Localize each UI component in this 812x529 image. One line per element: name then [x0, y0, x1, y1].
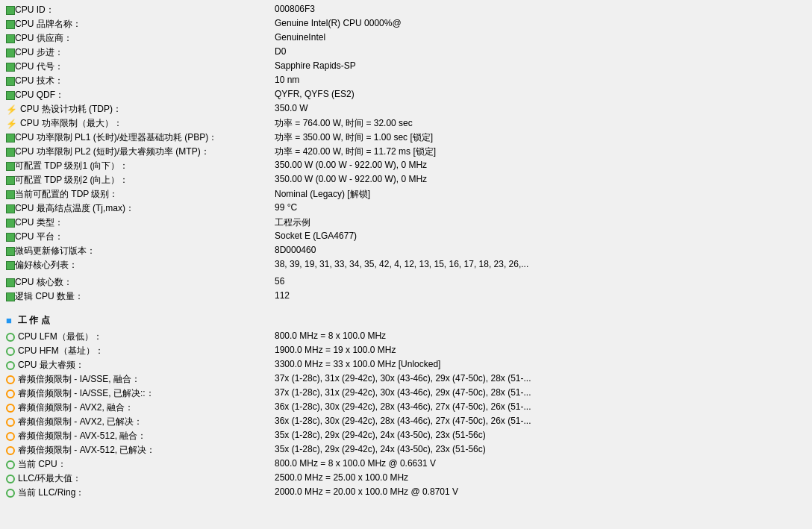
- row-value: QYFR, QYFS (ES2): [275, 89, 806, 99]
- table-row: 睿频倍频限制 - AVX2, 融合： 36x (1-28c), 30x (29-…: [6, 401, 806, 415]
- row-label: 睿频倍频限制 - AVX2, 融合：: [6, 401, 275, 414]
- green-square-icon: [6, 77, 15, 86]
- workload-rows-section: CPU LFM（最低）： 800.0 MHz = 8 x 100.0 MHz C…: [6, 330, 806, 500]
- green-square-icon: [6, 48, 15, 57]
- row-value: 功率 = 420.00 W, 时间 = 11.72 ms [锁定]: [275, 145, 806, 158]
- table-row: CPU 代号： Sapphire Rapids-SP: [6, 60, 806, 74]
- circle-orange-icon: [6, 389, 15, 398]
- green-square-icon: [6, 162, 15, 171]
- row-label: CPU 最高结点温度 (Tj,max)：: [6, 202, 275, 215]
- lightning-icon: ⚡: [6, 104, 17, 115]
- label-text: 当前 LLC/Ring：: [18, 486, 84, 499]
- label-text: CPU 步进：: [15, 46, 63, 59]
- label-text: CPU 最大睿频：: [18, 359, 84, 372]
- row-value: Sapphire Rapids-SP: [275, 60, 806, 71]
- green-square-icon: [6, 233, 15, 242]
- row-value: 350.00 W (0.00 W - 922.00 W), 0 MHz: [275, 160, 806, 170]
- table-row: 当前 LLC/Ring： 2000.0 MHz = 20.00 x 100.0 …: [6, 486, 806, 500]
- circle-orange-icon: [6, 404, 15, 413]
- green-square-icon: [6, 63, 15, 72]
- table-row: CPU ID： 000806F3: [6, 3, 806, 17]
- label-text: 睿频倍频限制 - AVX2, 融合：: [18, 401, 134, 414]
- label-text: CPU 功率限制 PL1 (长时)/处理器基础功耗 (PBP)：: [15, 131, 217, 144]
- row-label: 可配置 TDP 级别2 (向上）：: [6, 174, 275, 187]
- circle-green-icon: [6, 475, 15, 483]
- circle-orange-icon: [6, 375, 15, 384]
- label-text: CPU ID：: [15, 4, 54, 16]
- row-label: LLC/环最大值：: [6, 472, 275, 485]
- green-square-icon: [6, 278, 15, 287]
- circle-green-icon: [6, 333, 15, 342]
- label-text: CPU 供应商：: [15, 32, 72, 45]
- label-text: 当前 CPU：: [18, 458, 66, 471]
- workload-icon: ■: [6, 315, 12, 326]
- table-row: CPU 最大睿频： 3300.0 MHz = 33 x 100.0 MHz [U…: [6, 358, 806, 372]
- row-value: 功率 = 764.00 W, 时间 = 32.00 sec: [275, 117, 806, 130]
- table-row: 可配置 TDP 级别1 (向下）： 350.00 W (0.00 W - 922…: [6, 159, 806, 173]
- workload-title: 工 作 点: [18, 314, 50, 327]
- row-value: 38, 39, 19, 31, 33, 34, 35, 42, 4, 12, 1…: [275, 259, 806, 269]
- circle-green-icon: [6, 460, 15, 469]
- row-value: 3300.0 MHz = 33 x 100.0 MHz [Unlocked]: [275, 359, 806, 369]
- circle-green-icon: [6, 489, 15, 498]
- green-square-icon: [6, 20, 15, 29]
- green-square-icon: [6, 6, 15, 15]
- row-label: CPU 供应商：: [6, 32, 275, 45]
- row-label: ⚡ CPU 功率限制（最大）：: [6, 117, 275, 130]
- row-value: 112: [275, 290, 806, 301]
- table-row: 睿频倍频限制 - AVX2, 已解决： 36x (1-28c), 30x (29…: [6, 415, 806, 429]
- row-label: CPU 核心数：: [6, 276, 275, 289]
- row-value: 2000.0 MHz = 20.00 x 100.0 MHz @ 0.8701 …: [275, 486, 806, 497]
- label-text: 当前可配置的 TDP 级别：: [15, 188, 118, 201]
- green-square-icon: [6, 204, 15, 213]
- table-row: CPU 核心数： 56: [6, 275, 806, 289]
- green-square-icon: [6, 91, 15, 100]
- table-row: CPU 最高结点温度 (Tj,max)： 99 °C: [6, 201, 806, 216]
- table-row: ⚡ CPU 功率限制（最大）： 功率 = 764.00 W, 时间 = 32.0…: [6, 116, 806, 131]
- row-label: 当前可配置的 TDP 级别：: [6, 188, 275, 201]
- label-text: CPU 技术：: [15, 75, 63, 87]
- row-label: CPU 技术：: [6, 75, 275, 87]
- green-square-icon: [6, 219, 15, 228]
- table-row: 睿频倍频限制 - IA/SSE, 融合： 37x (1-28c), 31x (2…: [6, 372, 806, 386]
- table-row: CPU 类型： 工程示例: [6, 216, 806, 230]
- row-value: 350.00 W (0.00 W - 922.00 W), 0 MHz: [275, 174, 806, 184]
- row-value: Socket E (LGA4677): [275, 231, 806, 241]
- green-square-icon: [6, 34, 15, 43]
- row-value: 36x (1-28c), 30x (29-42c), 28x (43-46c),…: [275, 416, 806, 426]
- label-text: CPU 功率限制（最大）：: [20, 117, 122, 130]
- green-square-icon: [6, 247, 15, 256]
- green-square-icon: [6, 148, 15, 157]
- circle-orange-icon: [6, 432, 15, 441]
- label-text: CPU 功率限制 PL2 (短时)/最大睿频功率 (MTP)：: [15, 145, 210, 158]
- row-label: CPU 功率限制 PL2 (短时)/最大睿频功率 (MTP)：: [6, 145, 275, 158]
- label-text: 睿频倍频限制 - IA/SSE, 已解决::：: [18, 387, 154, 400]
- row-label: CPU ID：: [6, 4, 275, 16]
- row-value: 99 °C: [275, 202, 806, 213]
- row-label: CPU 功率限制 PL1 (长时)/处理器基础功耗 (PBP)：: [6, 131, 275, 144]
- row-value: 800.0 MHz = 8 x 100.0 MHz: [275, 331, 806, 341]
- label-text: 偏好核心列表：: [15, 259, 78, 272]
- row-value: 1900.0 MHz = 19 x 100.0 MHz: [275, 345, 806, 355]
- circle-orange-icon: [6, 446, 15, 455]
- row-value: 37x (1-28c), 31x (29-42c), 30x (43-46c),…: [275, 387, 806, 398]
- separator: [6, 304, 806, 307]
- row-value: 2500.0 MHz = 25.00 x 100.0 MHz: [275, 472, 806, 483]
- row-label: 偏好核心列表：: [6, 259, 275, 272]
- row-value: 37x (1-28c), 31x (29-42c), 30x (43-46c),…: [275, 373, 806, 384]
- main-container: CPU ID： 000806F3 CPU 品牌名称： Genuine Intel…: [0, 0, 812, 503]
- row-value: Nominal (Legacy) [解锁]: [275, 188, 806, 201]
- label-text: CPU QDF：: [15, 89, 64, 101]
- table-row: CPU HFM（基址）： 1900.0 MHz = 19 x 100.0 MHz: [6, 344, 806, 358]
- row-label: 睿频倍频限制 - AVX-512, 已解决：: [6, 444, 275, 457]
- cpu-rows-section: CPU ID： 000806F3 CPU 品牌名称： Genuine Intel…: [6, 3, 806, 272]
- table-row: 睿频倍频限制 - AVX-512, 融合： 35x (1-28c), 29x (…: [6, 429, 806, 443]
- table-row: 可配置 TDP 级别2 (向上）： 350.00 W (0.00 W - 922…: [6, 173, 806, 187]
- row-label: CPU QDF：: [6, 89, 275, 101]
- label-text: CPU 热设计功耗 (TDP)：: [20, 103, 122, 116]
- table-row: LLC/环最大值： 2500.0 MHz = 25.00 x 100.0 MHz: [6, 472, 806, 486]
- label-text: CPU 代号：: [15, 60, 63, 73]
- row-value: 35x (1-28c), 29x (29-42c), 24x (43-50c),…: [275, 444, 806, 454]
- green-square-icon: [6, 134, 15, 143]
- circle-orange-icon: [6, 418, 15, 427]
